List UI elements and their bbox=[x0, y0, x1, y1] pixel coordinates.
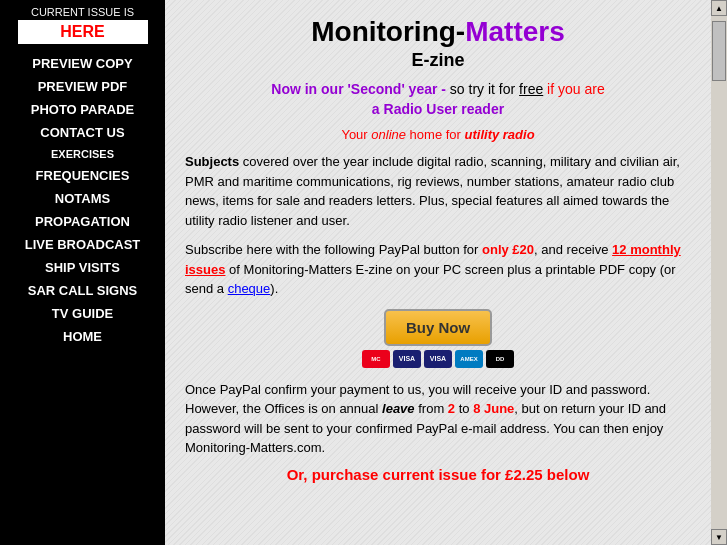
sidebar-item-home[interactable]: HOME bbox=[0, 325, 165, 348]
utility-text: utility radio bbox=[465, 127, 535, 142]
home-for-text: home for bbox=[406, 127, 465, 142]
visa2-icon: VISA bbox=[424, 350, 452, 368]
subscribe-middle: , and receive bbox=[534, 242, 612, 257]
second-year-line: Now in our 'Second' year - so try it for… bbox=[185, 81, 691, 97]
date2: 8 June bbox=[473, 401, 514, 416]
leave-text: leave bbox=[382, 401, 415, 416]
cheque-text: cheque bbox=[228, 281, 271, 296]
paypal-area: Buy Now MC VISA VISA AMEX DD bbox=[185, 309, 691, 368]
from-text: from bbox=[415, 401, 448, 416]
visa-icon: VISA bbox=[393, 350, 421, 368]
online-home: Your online home for utility radio bbox=[185, 127, 691, 142]
paypal-confirm-para: Once PayPal confirm your payment to us, … bbox=[185, 380, 691, 458]
sidebar: CURRENT ISSUE IS HERE PREVIEW COPY PREVI… bbox=[0, 0, 165, 545]
amex-icon: AMEX bbox=[455, 350, 483, 368]
radio-user-line: a Radio User reader bbox=[185, 101, 691, 117]
subscribe-end: of Monitoring-Matters E-zine on your PC … bbox=[225, 262, 659, 277]
sidebar-item-photo-parade[interactable]: PHOTO PARADE bbox=[0, 98, 165, 121]
sidebar-item-contact-us[interactable]: CONTACT US bbox=[0, 121, 165, 144]
only-text: only £20 bbox=[482, 242, 534, 257]
subjects-strong: Subjects bbox=[185, 154, 239, 169]
scroll-track bbox=[711, 16, 727, 529]
paypal-icons: MC VISA VISA AMEX DD bbox=[362, 350, 514, 368]
ezine-subtitle: E-zine bbox=[185, 50, 691, 71]
page-title: Monitoring-Matters bbox=[185, 16, 691, 48]
subjects-body: covered over the year include digital ra… bbox=[185, 154, 680, 228]
sidebar-item-propagation[interactable]: PROPAGATION bbox=[0, 210, 165, 233]
online-text: online bbox=[371, 127, 406, 142]
direct-debit-icon: DD bbox=[486, 350, 514, 368]
scroll-down-button[interactable]: ▼ bbox=[711, 529, 727, 545]
sidebar-item-tv-guide[interactable]: TV GUIDE bbox=[0, 302, 165, 325]
sidebar-item-sar-call-signs[interactable]: SAR CALL SIGNS bbox=[0, 279, 165, 302]
date1: 2 bbox=[448, 401, 455, 416]
sidebar-item-notams[interactable]: NOTAMS bbox=[0, 187, 165, 210]
title-monitoring: Monitoring- bbox=[311, 16, 465, 47]
main-content: Monitoring-Matters E-zine Now in our 'Se… bbox=[165, 0, 711, 545]
sidebar-item-exercises[interactable]: EXERCISES bbox=[0, 144, 165, 164]
scroll-up-button[interactable]: ▲ bbox=[711, 0, 727, 16]
mastercard-icon: MC bbox=[362, 350, 390, 368]
subjects-para: Subjects covered over the year include d… bbox=[185, 152, 691, 230]
subscribe-prefix: Subscribe here with the following PayPal… bbox=[185, 242, 482, 257]
title-matters: Matters bbox=[465, 16, 565, 47]
sidebar-item-preview-copy[interactable]: PREVIEW COPY bbox=[0, 52, 165, 75]
sidebar-item-preview-pdf[interactable]: PREVIEW PDF bbox=[0, 75, 165, 98]
here-badge[interactable]: HERE bbox=[18, 20, 148, 44]
free-text: free bbox=[519, 81, 543, 97]
second-year-purple: Now in our 'Second' year - bbox=[271, 81, 446, 97]
subscribe-close: ). bbox=[270, 281, 278, 296]
second-year-normal: so try it for bbox=[446, 81, 519, 97]
subscribe-para: Subscribe here with the following PayPal… bbox=[185, 240, 691, 299]
scrollbar[interactable]: ▲ ▼ bbox=[711, 0, 727, 545]
sidebar-item-ship-visits[interactable]: SHIP VISITS bbox=[0, 256, 165, 279]
buy-now-label: Buy Now bbox=[406, 319, 470, 336]
your-text: Your bbox=[341, 127, 371, 142]
or-purchase[interactable]: Or, purchase current issue for £2.25 bel… bbox=[185, 466, 691, 483]
to-text: to bbox=[455, 401, 473, 416]
sidebar-item-frequencies[interactable]: FREQUENCIES bbox=[0, 164, 165, 187]
second-year-end: if you are bbox=[543, 81, 604, 97]
current-issue-label: CURRENT ISSUE IS bbox=[31, 6, 134, 18]
buy-now-button[interactable]: Buy Now bbox=[384, 309, 492, 346]
sidebar-item-live-broadcast[interactable]: LIVE BROADCAST bbox=[0, 233, 165, 256]
scroll-thumb[interactable] bbox=[712, 21, 726, 81]
